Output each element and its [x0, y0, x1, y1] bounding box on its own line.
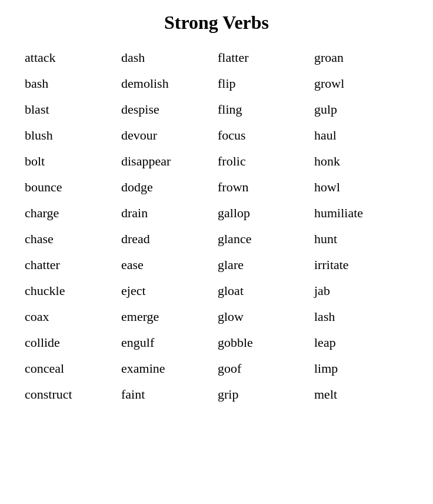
word-cell: chase	[24, 229, 120, 249]
word-cell: groan	[313, 48, 409, 68]
word-cell: glow	[216, 307, 313, 327]
word-cell: flatter	[216, 48, 313, 68]
word-cell: flip	[216, 74, 313, 94]
word-cell: blush	[24, 125, 120, 145]
word-cell: leap	[313, 333, 409, 353]
word-cell: bash	[24, 74, 120, 94]
word-cell: gloat	[216, 281, 313, 301]
word-cell: ease	[120, 255, 216, 275]
word-cell: irritate	[313, 255, 409, 275]
word-cell: bolt	[24, 151, 120, 171]
word-cell: dash	[120, 48, 216, 68]
word-cell: fling	[216, 100, 313, 120]
word-cell: melt	[313, 384, 409, 404]
word-cell: growl	[313, 74, 409, 94]
word-cell: faint	[120, 384, 216, 404]
word-cell: despise	[120, 100, 216, 120]
word-cell: gobble	[216, 333, 313, 353]
word-cell: chatter	[24, 255, 120, 275]
word-cell: coax	[24, 307, 120, 327]
word-cell: honk	[313, 151, 409, 171]
page-title: Strong Verbs	[18, 12, 415, 34]
word-cell: collide	[24, 333, 120, 353]
word-cell: lash	[313, 307, 409, 327]
word-cell: blast	[24, 100, 120, 120]
word-cell: charge	[24, 203, 120, 223]
word-cell: frown	[216, 177, 313, 197]
word-cell: disappear	[120, 151, 216, 171]
word-cell: dodge	[120, 177, 216, 197]
word-cell: emerge	[120, 307, 216, 327]
word-cell: eject	[120, 281, 216, 301]
word-cell: hunt	[313, 229, 409, 249]
word-cell: glare	[216, 255, 313, 275]
word-cell: goof	[216, 359, 313, 379]
word-cell: devour	[120, 125, 216, 145]
word-cell: chuckle	[24, 281, 120, 301]
word-cell: gulp	[313, 100, 409, 120]
word-cell: engulf	[120, 333, 216, 353]
word-cell: haul	[313, 125, 409, 145]
word-cell: attack	[24, 48, 120, 68]
word-cell: gallop	[216, 203, 313, 223]
word-cell: dread	[120, 229, 216, 249]
word-cell: jab	[313, 281, 409, 301]
word-cell: examine	[120, 359, 216, 379]
word-cell: humiliate	[313, 203, 409, 223]
word-cell: bounce	[24, 177, 120, 197]
word-cell: drain	[120, 203, 216, 223]
word-cell: conceal	[24, 359, 120, 379]
word-cell: frolic	[216, 151, 313, 171]
word-cell: glance	[216, 229, 313, 249]
word-cell: limp	[313, 359, 409, 379]
word-cell: howl	[313, 177, 409, 197]
words-grid: attackdashflattergroanbashdemolishflipgr…	[18, 48, 415, 404]
word-cell: focus	[216, 125, 313, 145]
word-cell: demolish	[120, 74, 216, 94]
word-cell: construct	[24, 384, 120, 404]
word-cell: grip	[216, 384, 313, 404]
